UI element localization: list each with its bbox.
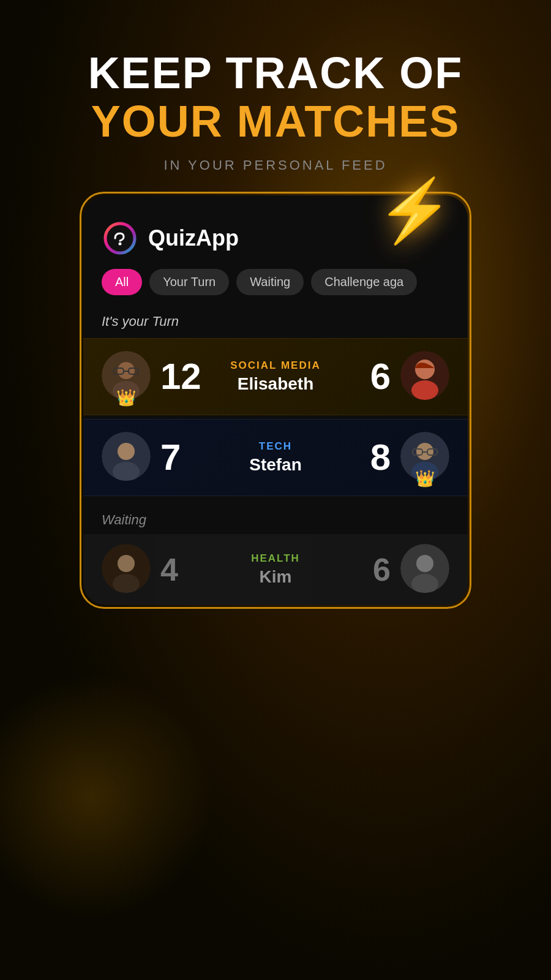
svg-point-11	[411, 380, 438, 400]
tab-your-turn[interactable]: Your Turn	[149, 269, 229, 295]
svg-point-26	[411, 574, 438, 593]
main-content: KEEP TRACK OF YOUR MATCHES IN YOUR PERSO…	[0, 0, 551, 980]
filter-tabs: All Your Turn Waiting Challenge aga	[83, 269, 468, 307]
avatar-wrapper-left-1: 👑	[102, 351, 151, 402]
svg-point-10	[415, 360, 435, 379]
subtitle: IN YOUR PERSONAL FEED	[88, 158, 463, 173]
section-your-turn-label: It's your Turn	[83, 307, 468, 338]
avatar-user-right-1	[400, 351, 449, 400]
svg-point-23	[113, 574, 140, 593]
lightning-icon: ⚡	[377, 179, 453, 241]
score-right-1: 6	[342, 355, 391, 398]
score-right-3: 6	[342, 551, 391, 588]
match-card-elisabeth[interactable]: 👑 12 SOCIAL MEDIA Elisabeth 6	[83, 338, 468, 415]
match-opponent-1: Elisabeth	[216, 374, 335, 394]
avatar-user-left-2	[102, 432, 151, 481]
match-center-2: TECH Stefan	[209, 440, 342, 475]
phone-mockup: ⚡	[80, 192, 471, 609]
score-right-2: 8	[342, 436, 391, 478]
match-category-1: SOCIAL MEDIA	[216, 360, 335, 372]
tab-all[interactable]: All	[102, 269, 142, 295]
app-logo	[102, 220, 138, 257]
match-card-stefan[interactable]: 7 TECH Stefan 8	[83, 419, 468, 496]
avatar-user-right-3	[400, 544, 449, 593]
phone-border: QuizApp All Your Turn Waiting Challenge …	[80, 192, 471, 609]
score-left-2: 7	[160, 436, 209, 478]
tab-waiting[interactable]: Waiting	[236, 269, 304, 295]
header-section: KEEP TRACK OF YOUR MATCHES IN YOUR PERSO…	[88, 49, 463, 173]
waiting-section-label: Waiting	[83, 500, 468, 534]
svg-point-13	[118, 443, 135, 460]
avatar-user-left-3	[102, 544, 151, 593]
svg-point-25	[416, 555, 433, 572]
match-card-kim[interactable]: 4 HEALTH Kim 6	[83, 534, 468, 605]
svg-point-2	[119, 242, 122, 245]
match-opponent-2: Stefan	[216, 455, 335, 475]
score-left-3: 4	[160, 551, 209, 588]
match-opponent-3: Kim	[216, 567, 335, 587]
crown-right-2: 👑	[415, 469, 435, 488]
score-left-1: 12	[160, 355, 209, 398]
match-center-3: HEALTH Kim	[209, 552, 342, 587]
avatar-wrapper-right-2: 👑	[400, 432, 449, 483]
title-line1: KEEP TRACK OF	[88, 49, 463, 97]
avatar-wrapper-right-1	[400, 351, 449, 402]
match-center-1: SOCIAL MEDIA Elisabeth	[209, 360, 342, 394]
app-name: QuizApp	[148, 225, 239, 251]
title-line2: YOUR MATCHES	[88, 97, 463, 146]
match-category-2: TECH	[216, 440, 335, 453]
match-category-3: HEALTH	[216, 552, 335, 565]
avatar-wrapper-left-3	[102, 544, 151, 595]
crown-left-1: 👑	[116, 388, 136, 407]
svg-point-14	[113, 462, 140, 481]
svg-point-22	[118, 555, 135, 572]
svg-point-0	[103, 221, 137, 255]
phone-inner: QuizApp All Your Turn Waiting Challenge …	[83, 195, 468, 605]
avatar-wrapper-left-2	[102, 432, 151, 483]
avatar-wrapper-right-3	[400, 544, 449, 595]
tab-challenge[interactable]: Challenge aga	[311, 269, 417, 295]
